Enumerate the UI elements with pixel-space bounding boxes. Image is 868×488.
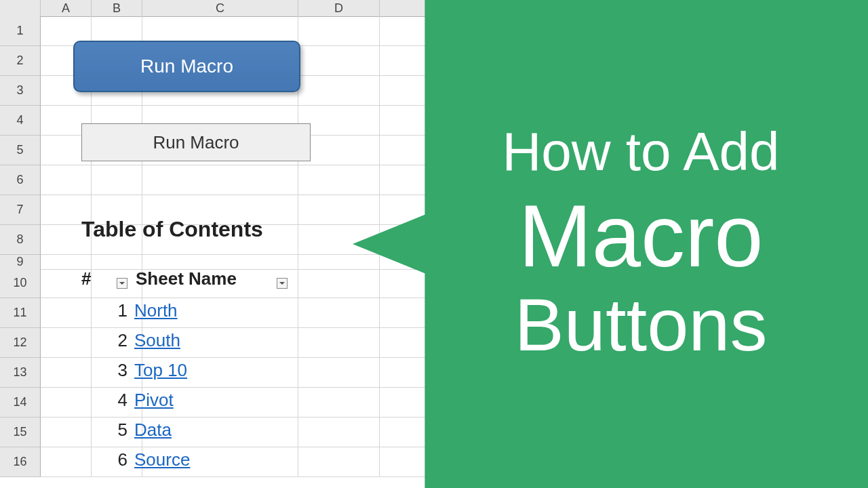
sheet-link[interactable]: Top 10: [134, 360, 187, 381]
row-header[interactable]: 10: [0, 268, 41, 298]
row-header[interactable]: 11: [0, 298, 41, 328]
select-all-corner[interactable]: [0, 0, 41, 17]
toc-col-sheetname: Sheet Name: [136, 268, 237, 289]
cell[interactable]: [92, 165, 142, 195]
cell[interactable]: [41, 165, 92, 195]
col-header[interactable]: A: [41, 0, 92, 17]
button-label: Run Macro: [140, 56, 233, 77]
row-header[interactable]: 4: [0, 106, 41, 136]
toc-list: 1North2South3Top 104Pivot5Data6Source: [81, 296, 190, 474]
cell[interactable]: [142, 255, 298, 270]
banner-line: Macro: [518, 190, 763, 283]
toc-row-number: 6: [81, 449, 134, 470]
toc-row-number: 4: [81, 390, 134, 411]
cell[interactable]: [298, 447, 380, 477]
table-row: 1North: [81, 296, 190, 325]
toc-row-number: 2: [81, 330, 134, 351]
toc-col-hash: #: [81, 268, 91, 289]
table-row: 3Top 10: [81, 355, 190, 385]
cell[interactable]: [298, 106, 380, 136]
cell[interactable]: [298, 16, 380, 46]
cell[interactable]: [298, 418, 380, 447]
col-header[interactable]: D: [298, 0, 380, 17]
cell[interactable]: [298, 255, 380, 270]
sheet-link[interactable]: North: [134, 300, 178, 321]
cell[interactable]: [298, 76, 380, 106]
row-header[interactable]: 13: [0, 358, 41, 388]
toc-row-number: 5: [81, 420, 134, 441]
cell[interactable]: [298, 298, 380, 328]
row-header[interactable]: 2: [0, 46, 41, 76]
table-row: 4Pivot: [81, 385, 190, 415]
row-header[interactable]: 6: [0, 165, 41, 195]
row-header[interactable]: 16: [0, 447, 41, 477]
banner-line: Buttons: [514, 282, 767, 368]
sheet-link[interactable]: Data: [134, 420, 172, 441]
sheet-link[interactable]: Pivot: [134, 390, 174, 411]
cell[interactable]: [298, 328, 380, 358]
row-header[interactable]: 15: [0, 418, 41, 447]
row-header[interactable]: 8: [0, 225, 41, 255]
run-macro-shape-button[interactable]: Run Macro: [73, 41, 300, 92]
row-header[interactable]: 14: [0, 388, 41, 418]
row-header[interactable]: 3: [0, 76, 41, 106]
table-row: 5Data: [81, 415, 190, 445]
cell[interactable]: [298, 268, 380, 298]
table-row: 2South: [81, 325, 190, 355]
table-row: 6Source: [81, 445, 190, 474]
cell[interactable]: [298, 358, 380, 388]
cell[interactable]: [92, 255, 142, 270]
row-header[interactable]: 12: [0, 328, 41, 358]
cell[interactable]: [142, 165, 298, 195]
toc-row-number: 1: [81, 300, 134, 321]
col-header[interactable]: C: [142, 0, 298, 17]
cell[interactable]: [298, 46, 380, 76]
run-macro-form-button[interactable]: Run Macro: [81, 123, 311, 161]
filter-dropdown-icon[interactable]: [117, 278, 127, 289]
toc-heading: Table of Contents: [81, 217, 263, 242]
button-label: Run Macro: [153, 132, 239, 153]
row-header[interactable]: 5: [0, 136, 41, 165]
title-banner: How to Add Macro Buttons: [353, 0, 868, 488]
sheet-link[interactable]: Source: [134, 449, 190, 470]
sheet-link[interactable]: South: [134, 330, 180, 351]
cell[interactable]: [298, 388, 380, 418]
filter-dropdown-icon[interactable]: [277, 278, 288, 289]
banner-line: How to Add: [502, 121, 779, 183]
row-header[interactable]: 9: [0, 255, 41, 270]
toc-row-number: 3: [81, 360, 134, 381]
row-header[interactable]: 1: [0, 16, 41, 46]
cell[interactable]: [298, 195, 380, 225]
cell[interactable]: [298, 136, 380, 165]
cell[interactable]: [298, 165, 380, 195]
cell[interactable]: [41, 255, 92, 270]
row-header[interactable]: 7: [0, 195, 41, 225]
col-header[interactable]: B: [92, 0, 142, 17]
